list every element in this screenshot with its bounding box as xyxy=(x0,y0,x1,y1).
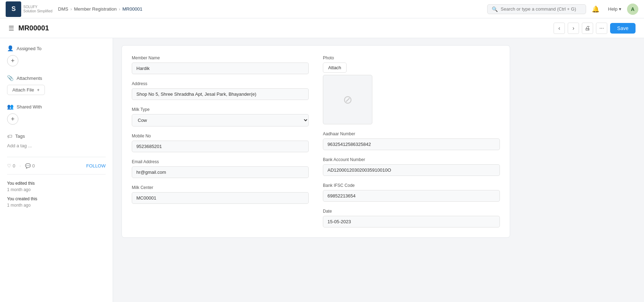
no-photo-icon: ⊘ xyxy=(343,93,353,106)
shared-with-label: Shared With xyxy=(17,104,42,109)
list-item: You created this 1 month ago xyxy=(7,196,106,208)
logo-icon: S xyxy=(6,1,21,17)
date-input[interactable] xyxy=(323,216,500,227)
address-label: Address xyxy=(132,81,309,86)
email-group: Email Address xyxy=(132,159,309,178)
add-tag-button[interactable]: Add a tag ... xyxy=(7,143,32,148)
print-button[interactable]: 🖨 xyxy=(582,23,593,34)
breadcrumb-member-registration[interactable]: Member Registration xyxy=(74,6,117,12)
tags-section: 🏷 Tags Add a tag ... xyxy=(7,133,106,148)
tags-label: Tags xyxy=(15,134,25,139)
mobile-no-label: Mobile No xyxy=(132,134,309,138)
left-column: Member Name Address Milk Type Cow Buffal… xyxy=(132,55,309,227)
attach-file-label: Attach File xyxy=(12,87,34,93)
breadcrumb: DMS › Member Registration › MR00001 xyxy=(58,6,142,12)
activity-log: You edited this 1 month ago You created … xyxy=(7,180,106,208)
hamburger-icon[interactable]: ☰ xyxy=(8,24,14,32)
date-label: Date xyxy=(323,209,500,214)
chevron-down-icon: ▾ xyxy=(619,6,621,12)
notification-bell-icon[interactable]: 🔔 xyxy=(589,4,602,14)
aadhaar-label: Aadhaar Number xyxy=(323,131,500,136)
date-group: Date xyxy=(323,209,500,227)
sidebar: 👤 Assigned To + 📎 Attachments Attach Fil… xyxy=(0,38,113,302)
tag-icon: 🏷 xyxy=(7,133,12,139)
save-button[interactable]: Save xyxy=(610,23,636,34)
search-input[interactable] xyxy=(501,6,581,12)
avatar[interactable]: A xyxy=(627,4,638,15)
milk-center-label: Milk Center xyxy=(132,185,309,190)
main-layout: 👤 Assigned To + 📎 Attachments Attach Fil… xyxy=(0,38,644,302)
member-name-group: Member Name xyxy=(132,55,309,74)
address-input[interactable] xyxy=(132,88,309,100)
bank-account-group: Bank Account Number xyxy=(323,157,500,176)
attach-file-button[interactable]: Attach File + xyxy=(7,85,45,95)
email-label: Email Address xyxy=(132,159,309,164)
comment-icon: 💬 xyxy=(25,163,31,168)
email-input[interactable] xyxy=(132,166,309,178)
milk-center-group: Milk Center xyxy=(132,185,309,204)
form-card: Member Name Address Milk Type Cow Buffal… xyxy=(122,45,510,238)
page-header: ☰ MR00001 ‹ › 🖨 ··· Save xyxy=(0,18,644,38)
bank-ifsc-group: Bank IFSC Code xyxy=(323,183,500,202)
user-icon: 👤 xyxy=(7,45,14,52)
milk-type-label: Milk Type xyxy=(132,107,309,112)
plus-icon: + xyxy=(37,87,40,93)
bank-account-label: Bank Account Number xyxy=(323,157,500,162)
page-title: MR00001 xyxy=(18,24,549,32)
content-area: Member Name Address Milk Type Cow Buffal… xyxy=(113,38,644,302)
divider-2 xyxy=(7,174,106,174)
aadhaar-input[interactable] xyxy=(323,138,500,150)
form-grid: Member Name Address Milk Type Cow Buffal… xyxy=(132,55,500,227)
add-assigned-to-button[interactable]: + xyxy=(7,55,18,66)
likes-count: ♡ 0 xyxy=(7,163,15,168)
bank-ifsc-input[interactable] xyxy=(323,190,500,202)
logo-text: SOLUFY Solution Simplified xyxy=(23,5,52,13)
header-actions: ‹ › 🖨 ··· Save xyxy=(554,23,636,34)
social-row: ♡ 0 · 💬 0 FOLLOW xyxy=(7,163,106,168)
more-options-button[interactable]: ··· xyxy=(596,23,607,34)
list-item: You edited this 1 month ago xyxy=(7,180,106,193)
bank-ifsc-label: Bank IFSC Code xyxy=(323,183,500,188)
attachments-section: 📎 Attachments Attach File + xyxy=(7,75,106,95)
top-navigation: S SOLUFY Solution Simplified DMS › Membe… xyxy=(0,0,644,18)
shared-with-section: 👥 Shared With + xyxy=(7,103,106,125)
member-name-input[interactable] xyxy=(132,63,309,74)
aadhaar-group: Aadhaar Number xyxy=(323,131,500,150)
right-column: Photo Attach ⊘ Aadhaar Number Bank Accou… xyxy=(323,55,500,227)
milk-center-input[interactable] xyxy=(132,192,309,204)
milk-type-group: Milk Type Cow Buffalo Mixed xyxy=(132,107,309,126)
shared-icon: 👥 xyxy=(7,103,14,110)
attachments-label: Attachments xyxy=(17,76,42,81)
photo-label: Photo xyxy=(323,55,500,60)
attach-photo-button[interactable]: Attach xyxy=(323,63,347,73)
milk-type-select[interactable]: Cow Buffalo Mixed xyxy=(132,114,309,126)
follow-button[interactable]: FOLLOW xyxy=(86,163,106,168)
photo-preview: ⊘ xyxy=(323,75,372,124)
address-group: Address xyxy=(132,81,309,100)
mobile-no-group: Mobile No xyxy=(132,134,309,152)
assigned-to-section: 👤 Assigned To + xyxy=(7,45,106,66)
search-icon: 🔍 xyxy=(492,6,498,12)
assigned-to-label: Assigned To xyxy=(17,46,42,51)
add-shared-with-button[interactable]: + xyxy=(7,113,18,125)
prev-button[interactable]: ‹ xyxy=(554,23,565,34)
mobile-no-input[interactable] xyxy=(132,141,309,152)
help-menu[interactable]: Help ▾ xyxy=(605,5,624,13)
attachment-icon: 📎 xyxy=(7,75,14,81)
comments-count: 💬 0 xyxy=(25,163,35,168)
member-name-label: Member Name xyxy=(132,55,309,60)
bank-account-input[interactable] xyxy=(323,164,500,176)
logo: S SOLUFY Solution Simplified xyxy=(6,1,52,17)
breadcrumb-current: MR00001 xyxy=(123,6,142,12)
next-button[interactable]: › xyxy=(568,23,579,34)
search-bar[interactable]: 🔍 xyxy=(487,4,586,14)
photo-group: Photo Attach ⊘ xyxy=(323,55,500,124)
breadcrumb-dms[interactable]: DMS xyxy=(58,6,68,12)
heart-icon: ♡ xyxy=(7,163,11,168)
divider xyxy=(7,157,106,157)
